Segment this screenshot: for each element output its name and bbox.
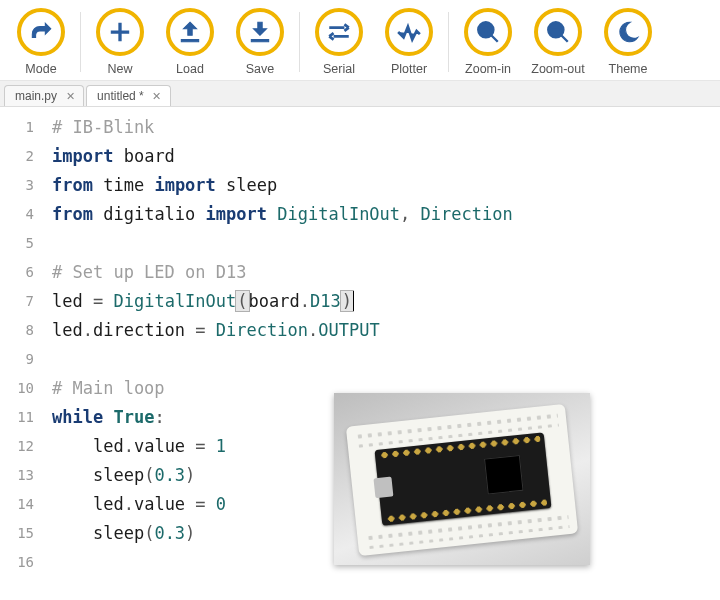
chip-graphic [484, 455, 524, 495]
zoom-out-button[interactable]: Zoom-out [523, 8, 593, 76]
code-token: from [52, 175, 93, 195]
tab-bar: main.py ✕ untitled * ✕ [0, 81, 720, 107]
zoom-in-button[interactable]: Zoom-in [453, 8, 523, 76]
code-token: direction [93, 320, 185, 340]
serial-label: Serial [323, 62, 355, 76]
code-token: = [93, 291, 103, 311]
code-line[interactable]: # IB-Blink [52, 113, 720, 142]
code-token: True [113, 407, 154, 427]
code-token: board [124, 146, 175, 166]
load-icon [166, 8, 214, 56]
code-token: ) [185, 523, 195, 543]
code-token: . [83, 320, 93, 340]
code-token: sleep [93, 465, 144, 485]
code-token: import [52, 146, 113, 166]
code-token: . [124, 494, 134, 514]
code-token: sleep [226, 175, 277, 195]
line-number: 9 [0, 345, 34, 374]
code-token: time [103, 175, 144, 195]
code-token: ) [340, 290, 354, 312]
code-token: , [400, 204, 410, 224]
code-token: value [134, 494, 185, 514]
zoom-out-label: Zoom-out [531, 62, 585, 76]
code-token: value [134, 436, 185, 456]
line-number: 4 [0, 200, 34, 229]
serial-icon [315, 8, 363, 56]
zoom-in-icon [464, 8, 512, 56]
code-token: 1 [216, 436, 226, 456]
code-line[interactable]: from digitalio import DigitalInOut, Dire… [52, 200, 720, 229]
code-line[interactable]: led = DigitalInOut(board.D13) [52, 287, 720, 316]
code-token: from [52, 204, 93, 224]
code-token: = [195, 494, 205, 514]
new-button[interactable]: New [85, 8, 155, 76]
code-token: led [93, 494, 124, 514]
close-icon[interactable]: ✕ [150, 89, 164, 103]
plotter-button[interactable]: Plotter [374, 8, 444, 76]
code-token: DigitalInOut [113, 291, 236, 311]
code-token: board [249, 291, 300, 311]
code-line[interactable]: import board [52, 142, 720, 171]
line-number: 14 [0, 490, 34, 519]
code-token: Direction [421, 204, 513, 224]
zoom-in-label: Zoom-in [465, 62, 511, 76]
tab-main-py[interactable]: main.py ✕ [4, 85, 84, 106]
microcontroller-photo [334, 393, 590, 565]
code-token: . [300, 291, 310, 311]
code-token: = [195, 320, 205, 340]
code-line[interactable]: led.direction = Direction.OUTPUT [52, 316, 720, 345]
save-label: Save [246, 62, 275, 76]
tab-untitled[interactable]: untitled * ✕ [86, 85, 171, 106]
close-icon[interactable]: ✕ [63, 89, 77, 103]
serial-button[interactable]: Serial [304, 8, 374, 76]
code-token: ( [235, 290, 249, 312]
toolbar: Mode New Load Save Serial Plotter [0, 0, 720, 81]
code-token: digitalio [103, 204, 195, 224]
mode-label: Mode [25, 62, 56, 76]
code-token: 0.3 [154, 523, 185, 543]
code-line[interactable] [52, 345, 720, 374]
code-area[interactable]: # IB-Blinkimport boardfrom time import s… [44, 107, 720, 583]
code-line[interactable]: from time import sleep [52, 171, 720, 200]
theme-label: Theme [609, 62, 648, 76]
toolbar-separator [448, 12, 449, 72]
theme-icon [604, 8, 652, 56]
load-button[interactable]: Load [155, 8, 225, 76]
code-token: led [52, 291, 83, 311]
code-token: led [93, 436, 124, 456]
code-editor[interactable]: 12345678910111213141516 # IB-Blinkimport… [0, 107, 720, 583]
code-token: ( [144, 465, 154, 485]
new-label: New [107, 62, 132, 76]
line-number-gutter: 12345678910111213141516 [0, 107, 44, 583]
theme-button[interactable]: Theme [593, 8, 663, 76]
toolbar-separator [80, 12, 81, 72]
code-token: OUTPUT [318, 320, 379, 340]
mode-button[interactable]: Mode [6, 8, 76, 76]
code-line[interactable] [52, 229, 720, 258]
code-token: ) [185, 465, 195, 485]
save-button[interactable]: Save [225, 8, 295, 76]
tab-label: untitled * [97, 89, 144, 103]
line-number: 11 [0, 403, 34, 432]
toolbar-separator [299, 12, 300, 72]
code-line[interactable]: # Set up LED on D13 [52, 258, 720, 287]
plotter-icon [385, 8, 433, 56]
code-token: import [154, 175, 215, 195]
line-number: 7 [0, 287, 34, 316]
line-number: 5 [0, 229, 34, 258]
code-token: # IB-Blink [52, 117, 154, 137]
line-number: 16 [0, 548, 34, 577]
code-token: while [52, 407, 103, 427]
load-label: Load [176, 62, 204, 76]
line-number: 1 [0, 113, 34, 142]
code-token: 0 [216, 494, 226, 514]
line-number: 15 [0, 519, 34, 548]
code-token: D13 [310, 291, 341, 311]
code-token: 0.3 [154, 465, 185, 485]
code-token: . [124, 436, 134, 456]
save-icon [236, 8, 284, 56]
code-token: sleep [93, 523, 144, 543]
code-token: import [206, 204, 267, 224]
line-number: 13 [0, 461, 34, 490]
plus-icon [96, 8, 144, 56]
